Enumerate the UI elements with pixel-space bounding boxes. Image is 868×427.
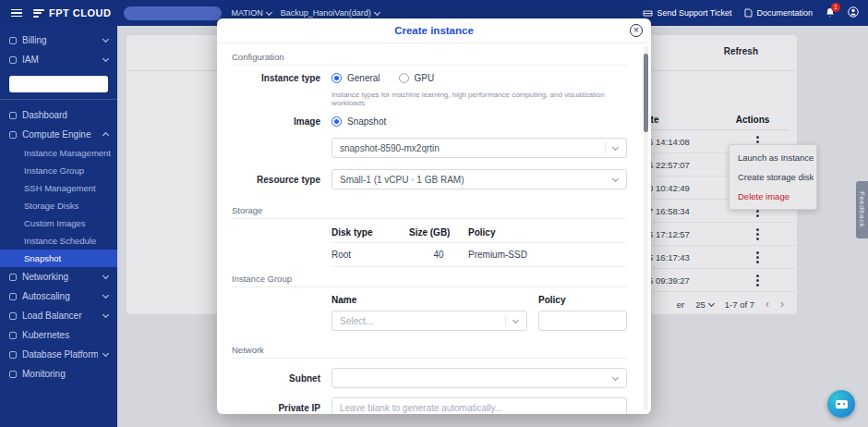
instance-type-label: Instance type: [232, 73, 320, 83]
notifications-button[interactable]: 1: [826, 7, 835, 19]
region-dropdown[interactable]: Backup_HanoiVan(dard): [281, 8, 380, 18]
modal-title: Create instance: [394, 25, 474, 36]
menu-icon[interactable]: [9, 7, 24, 19]
fpt-cloud-logo[interactable]: FPT CLOUD: [33, 7, 111, 18]
sidebar-item-instance-schedule[interactable]: Instance Schedule: [0, 232, 117, 250]
billing-icon: [9, 37, 17, 44]
sidebar-item-label: Networking: [22, 272, 98, 282]
sidebar-item-storage-disks[interactable]: Storage Disks: [0, 197, 117, 214]
user-icon: [848, 6, 859, 18]
sidebar-item-instance-management[interactable]: Instance Management: [0, 144, 117, 162]
radio-gpu-label: GPU: [415, 73, 435, 83]
sidebar-item-load-balancer[interactable]: Load Balancer: [0, 306, 117, 325]
header-search-input[interactable]: [124, 6, 222, 20]
sidebar-item-iam[interactable]: IAM: [0, 50, 117, 69]
section-heading-instance-group: Instance Group: [232, 267, 627, 287]
sidebar-item-label: Dashboard: [22, 110, 108, 120]
kubernetes-icon: [9, 332, 17, 339]
radio-snapshot-label: Snapshot: [347, 116, 386, 127]
instance-type-row: Instance type General GPU: [232, 73, 627, 83]
sidebar-item-custom-images[interactable]: Custom Images: [0, 214, 117, 232]
close-icon[interactable]: ×: [630, 24, 643, 37]
section-heading-storage: Storage: [232, 199, 627, 219]
dashboard-icon: [9, 112, 17, 119]
modal-scrollbar-thumb[interactable]: [644, 54, 648, 132]
documentation-link[interactable]: Documentation: [744, 8, 813, 18]
sidebar-item-networking[interactable]: Networking: [0, 267, 117, 287]
chevron-down-icon: [612, 143, 619, 150]
workspace-dropdown[interactable]: MATION: [231, 8, 271, 18]
instance-type-helper-row: Instance types for machine learning, hig…: [232, 91, 627, 109]
radio-gpu[interactable]: [399, 73, 409, 83]
sidebar-divider: [0, 99, 117, 100]
snapshot-select-row: snapshot-8590-mx2qrtin: [232, 138, 627, 158]
radio-general[interactable]: [332, 73, 342, 83]
resource-type-select[interactable]: Small-1 (1 vCPU · 1 GB RAM): [332, 169, 627, 189]
iam-icon: [9, 56, 17, 64]
user-menu-button[interactable]: [848, 6, 859, 19]
chevron-down-icon: [102, 350, 109, 357]
sidebar-item-label: Compute Engine: [22, 129, 98, 140]
document-icon: [744, 8, 753, 18]
subnet-row: Subnet: [232, 368, 627, 388]
create-instance-modal: Create instance × Configuration Instance…: [217, 18, 651, 414]
instance-group-name-select[interactable]: Select...: [332, 311, 527, 331]
snapshot-select-value: snapshot-8590-mx2qrtin: [340, 143, 440, 153]
region-dropdown-value: Backup_HanoiVan(dard): [281, 8, 371, 18]
notification-badge: 1: [831, 3, 840, 12]
autoscaling-icon: [9, 293, 17, 300]
chevron-down-icon: [102, 55, 109, 62]
sidebar-item-ssh-management[interactable]: SSH Management: [0, 179, 117, 197]
chevron-down-icon: [102, 311, 109, 318]
snapshot-select[interactable]: snapshot-8590-mx2qrtin: [332, 138, 627, 158]
sidebar-item-label: Database Platform: [22, 349, 98, 360]
sidebar-item-snapshot[interactable]: Snapshot: [0, 250, 117, 267]
chevron-down-icon: [512, 316, 519, 323]
subnet-select[interactable]: [332, 368, 627, 388]
radio-snapshot[interactable]: [332, 116, 342, 127]
storage-header-size: Size (GB): [409, 223, 468, 243]
sidebar-item-database-platform[interactable]: Database Platform: [0, 345, 117, 364]
chevron-down-icon: [266, 8, 272, 15]
chevron-down-icon: [102, 273, 109, 279]
modal-scrollbar-track[interactable]: [644, 46, 648, 410]
workspace-dropdown-value: MATION: [231, 8, 262, 18]
sidebar-item-compute-engine[interactable]: Compute Engine: [0, 125, 117, 144]
select-divider: [605, 142, 606, 153]
assistant-bot-icon: [836, 400, 848, 409]
load-balancer-icon: [9, 312, 17, 320]
sidebar-item-label: Monitoring: [22, 369, 108, 379]
sidebar-item-label: Load Balancer: [22, 311, 98, 321]
logo-mark-icon: [33, 9, 44, 18]
instance-group-fields: Name Policy Select...: [332, 291, 627, 331]
compute-engine-icon: [9, 131, 17, 139]
app-root: FPT CLOUD MATION Backup_HanoiVan(dard) S…: [0, 0, 868, 427]
select-divider: [505, 315, 506, 326]
sidebar-item-label: IAM: [22, 55, 98, 65]
documentation-label: Documentation: [756, 8, 813, 18]
project-selector[interactable]: [9, 76, 108, 92]
private-ip-input[interactable]: [332, 397, 627, 414]
storage-header-policy: Policy: [468, 223, 627, 243]
storage-table: Disk type Size (GB) Policy Root 40 Premi…: [332, 223, 627, 267]
sidebar-item-instance-group[interactable]: Instance Group: [0, 162, 117, 179]
chevron-down-icon: [102, 292, 109, 299]
sidebar-item-kubernetes[interactable]: Kubernetes: [0, 325, 117, 345]
section-heading-configuration: Configuration: [232, 45, 627, 66]
sidebar-item-billing[interactable]: Billing: [0, 30, 117, 50]
radio-general-label: General: [347, 73, 380, 83]
instance-type-helper-text: Instance types for machine learning, hig…: [332, 91, 627, 107]
modal-body: Configuration Instance type General GPU …: [217, 43, 651, 414]
chevron-down-icon: [102, 36, 109, 43]
sidebar-item-dashboard[interactable]: Dashboard: [0, 105, 117, 125]
sidebar-item-autoscaling[interactable]: Autoscaling: [0, 287, 117, 306]
networking-icon: [9, 274, 17, 281]
subnet-label: Subnet: [232, 373, 320, 384]
image-options: Snapshot: [332, 116, 627, 127]
send-support-ticket-link[interactable]: Send Support Ticket: [643, 8, 731, 18]
instance-group-policy-input[interactable]: [538, 311, 627, 331]
sidebar-item-monitoring[interactable]: Monitoring: [0, 364, 117, 384]
image-label: Image: [232, 116, 320, 127]
chat-assistant-fab[interactable]: [827, 390, 855, 418]
database-platform-icon: [9, 351, 17, 359]
